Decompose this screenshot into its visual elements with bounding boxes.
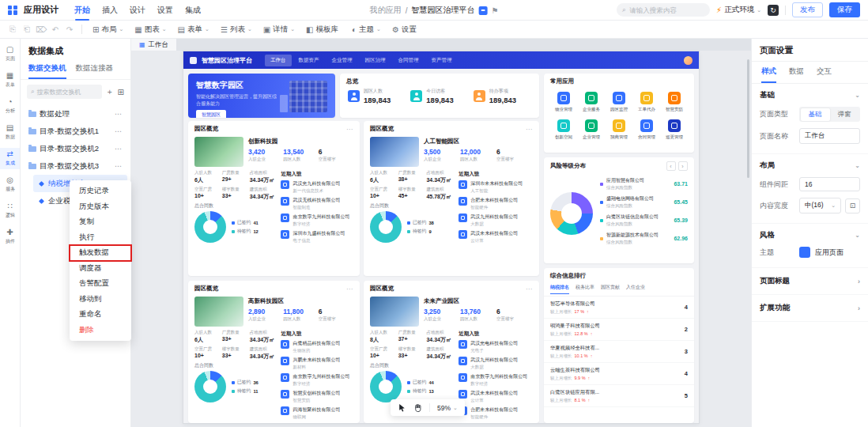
dashboard-nav-item[interactable]: 资产管理 bbox=[426, 55, 458, 66]
page-name-field[interactable]: 工作台 bbox=[799, 128, 860, 144]
bookmark-icon[interactable]: ⚑ bbox=[491, 6, 498, 15]
publish-button[interactable]: 发布 bbox=[792, 2, 823, 17]
layout-preview-icon[interactable]: ⊡ bbox=[845, 198, 860, 214]
menu-item[interactable]: 开始 bbox=[74, 0, 90, 21]
more-icon[interactable]: ⋯ bbox=[526, 285, 533, 293]
menu-item[interactable]: 集成 bbox=[185, 0, 201, 21]
dashboard-nav-item[interactable]: 数据资产 bbox=[293, 55, 325, 66]
company-list-item[interactable]: 武汉无线科技有限公司 智能制造 bbox=[281, 197, 353, 210]
tree-item[interactable]: 数据处理 ✎ ⋯ bbox=[24, 105, 127, 123]
cursor-tool-icon[interactable] bbox=[398, 403, 406, 412]
company-list-item[interactable]: 白鹭精品科技有限公司 生物医药 bbox=[281, 340, 353, 353]
context-menu-item[interactable]: 重命名 bbox=[70, 307, 131, 323]
ranking-tab[interactable]: 园区贡献 bbox=[601, 284, 620, 294]
refresh-icon[interactable]: ↻ bbox=[768, 5, 779, 16]
dashboard-nav-item[interactable]: 园区治理 bbox=[360, 55, 391, 66]
risk-list-item[interactable]: 智源新能源技术有限公司 综合风险指数 62.96 bbox=[600, 232, 688, 245]
paste-icon[interactable]: ⎘ bbox=[6, 25, 19, 34]
chevron-down-icon[interactable]: ⌄ bbox=[855, 162, 860, 169]
rail-item[interactable]: ◔ 分析 bbox=[0, 96, 20, 117]
undo-icon[interactable]: ↶ bbox=[49, 25, 62, 34]
company-list-item[interactable]: 武汉九州科技有限公司 大数据 bbox=[459, 214, 533, 227]
toolbar-button[interactable]: ▣ 详情 ⌄ bbox=[259, 23, 300, 36]
toolbar-button[interactable]: ▦ 图表 ⌄ bbox=[130, 23, 171, 36]
settings-tab[interactable]: 数据 bbox=[789, 66, 804, 83]
extension-section[interactable]: 扩展功能 › bbox=[752, 295, 868, 322]
theme-color-swatch[interactable] bbox=[799, 247, 810, 258]
rail-item[interactable]: ✚ 插件 bbox=[0, 226, 20, 248]
user-avatar[interactable] bbox=[684, 56, 693, 65]
context-menu-item[interactable]: 执行 bbox=[70, 230, 131, 246]
context-menu-item[interactable]: 历史记录 bbox=[70, 183, 131, 199]
settings-tab[interactable]: 交互 bbox=[817, 66, 832, 83]
menu-item[interactable]: 插入 bbox=[102, 0, 118, 21]
rail-item[interactable]: ∷ 逻辑 bbox=[0, 200, 20, 221]
company-list-item[interactable]: 武汉九州科技有限公司 大数据 bbox=[459, 357, 533, 370]
context-menu-item[interactable]: 删除 bbox=[70, 323, 131, 338]
toolbar-button[interactable]: ◐ 主题 ⌄ bbox=[347, 23, 386, 36]
company-list-item[interactable]: 兴鹏未来科技有限公司 新材料 bbox=[281, 357, 353, 370]
next-icon[interactable]: › bbox=[678, 161, 688, 171]
tree-item[interactable]: 目录-数据交换机1 ✎ ⋯ bbox=[24, 123, 127, 140]
chevron-down-icon[interactable]: ⌄ bbox=[855, 232, 860, 239]
company-list-item[interactable]: 南京数字九州科技有限公司 数字经济 bbox=[281, 214, 353, 227]
ranking-tab[interactable]: 税务比率 bbox=[576, 284, 594, 294]
company-list-item[interactable]: 四海智聚科技有限公司 物联网 bbox=[281, 406, 353, 420]
app-logo-icon[interactable] bbox=[8, 6, 17, 15]
rail-item[interactable]: ◎ 服务 bbox=[0, 174, 20, 195]
context-menu-item[interactable]: 触发数据 bbox=[70, 245, 131, 261]
zoom-level[interactable]: 59% ⌄ bbox=[437, 404, 458, 412]
segment-option[interactable]: 弹窗 bbox=[830, 108, 859, 121]
panel-tab[interactable]: 数据连接器 bbox=[76, 61, 114, 79]
chevron-down-icon[interactable]: ⌄ bbox=[855, 92, 860, 99]
hand-tool-icon[interactable] bbox=[413, 403, 422, 412]
delete-icon[interactable]: ⌦ bbox=[35, 25, 47, 34]
dashboard-nav-item[interactable]: 企业管理 bbox=[326, 55, 358, 66]
context-menu-item[interactable]: 历史版本 bbox=[70, 199, 131, 215]
add-icon[interactable]: ＋ bbox=[106, 86, 114, 97]
risk-list-item[interactable]: 白鹭区块链信息有限公司 综合风险指数 65.39 bbox=[600, 214, 688, 227]
breadcrumb-section[interactable]: 我的应用 bbox=[370, 5, 402, 16]
tree-item[interactable]: 目录-数据交换机3 ✎ ⋯ bbox=[24, 157, 127, 175]
toolbar-button[interactable]: ⚙ 设置 bbox=[387, 23, 424, 36]
ranking-row[interactable]: 智芯半导体有限公司 较上月增长 17 % ↑ 4 bbox=[544, 297, 694, 319]
more-icon[interactable]: ⋯ bbox=[346, 285, 353, 293]
more-icon[interactable]: ⋯ bbox=[115, 162, 123, 170]
message-icon[interactable] bbox=[478, 6, 487, 15]
company-list-item[interactable]: 武汉光电科技有限公司 光电子 bbox=[459, 340, 533, 353]
rail-item[interactable]: ▦ 表单 bbox=[0, 70, 20, 91]
rail-item[interactable]: ▤ 数据 bbox=[0, 122, 20, 143]
environment-switcher[interactable]: ⚡ 正式环境 ⌄ bbox=[716, 5, 761, 15]
prev-icon[interactable]: ‹ bbox=[666, 161, 676, 171]
tree-search-input[interactable] bbox=[36, 89, 97, 96]
toolbar-button[interactable]: ◧ 模板库 bbox=[301, 23, 345, 36]
more-icon[interactable]: ⋯ bbox=[115, 127, 123, 135]
company-list-item[interactable]: 深圳市九盛科技有限公司 电子信息 bbox=[281, 230, 353, 244]
ranking-row[interactable]: 华夏视频经全科技有... 较上月增长 10.1 % ↑ 3 bbox=[544, 341, 694, 363]
panel-tab[interactable]: 数据交换机 bbox=[28, 61, 66, 79]
content-width-select[interactable]: 中(16) ⌄ bbox=[799, 198, 841, 214]
ranking-row[interactable]: 云端生茶科技有限公司 较上月增长 9.9 % ↑ 4 bbox=[544, 363, 694, 385]
more-icon[interactable]: ⋯ bbox=[346, 126, 353, 133]
segment-option[interactable]: 基础 bbox=[801, 108, 830, 121]
ranking-row[interactable]: 白鹭区块链应用有限... 较上月增长 8.1 % ↑ 5 bbox=[544, 385, 694, 407]
page-title-section[interactable]: 页面标题 › bbox=[752, 268, 868, 295]
ranking-tab[interactable]: 纳税排名 bbox=[550, 284, 569, 294]
context-menu-item[interactable]: 移动到 bbox=[70, 292, 131, 308]
company-list-item[interactable]: 武汉未来科技有限公司 云计算 bbox=[459, 230, 533, 244]
save-button[interactable]: 保存 bbox=[829, 2, 860, 17]
page-preview[interactable]: 智慧园区治理平台 工作台数据资产企业管理园区治理合同管理资产管理 智慧数字园区 … bbox=[183, 51, 699, 423]
component-gap-input[interactable]: 16 bbox=[799, 177, 860, 191]
menu-item[interactable]: 设计 bbox=[130, 0, 145, 21]
company-list-item[interactable]: 武汉未来科技有限公司 云计算 bbox=[459, 390, 533, 403]
redo-icon[interactable]: ↷ bbox=[63, 25, 76, 34]
ranking-row[interactable]: 明鸿量子科技有限公司 较上月增长 12.8 % ↑ 2 bbox=[544, 319, 694, 341]
rail-item[interactable]: ▢ 页面 bbox=[0, 43, 20, 65]
company-list-item[interactable]: 合肥未来科技有限公司 智能硬件 bbox=[459, 406, 533, 420]
search-input[interactable] bbox=[629, 6, 704, 14]
company-list-item[interactable]: 合肥未来科技有限公司 智能硬件 bbox=[459, 197, 533, 210]
toolbar-button[interactable]: ▤ 表单 ⌄ bbox=[173, 23, 214, 36]
dashboard-nav-item[interactable]: 工作台 bbox=[265, 55, 292, 66]
new-folder-icon[interactable]: ⊞ bbox=[118, 88, 124, 96]
menu-item[interactable]: 设置 bbox=[157, 0, 173, 21]
